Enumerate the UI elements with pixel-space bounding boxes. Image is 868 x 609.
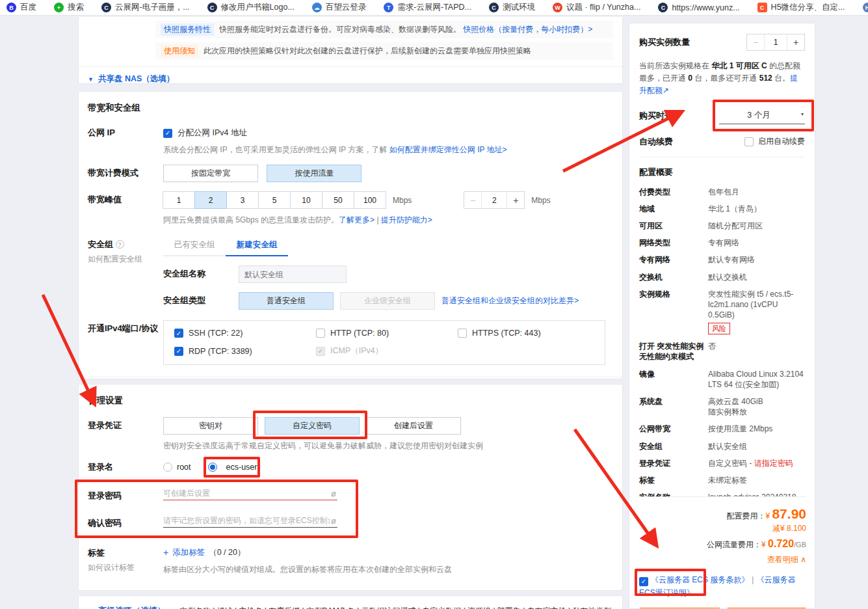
eip-doc-link[interactable]: 如何配置并绑定弹性公网 IP 地址> bbox=[389, 145, 507, 154]
bandwidth-stepper: − 2 + bbox=[464, 191, 525, 209]
ports-box: ✓SSH (TCP: 22) HTTP (TCP: 80) HTTPS (TCP… bbox=[163, 320, 605, 365]
gitlab-favicon: W bbox=[553, 3, 562, 12]
divider bbox=[639, 157, 805, 157]
normal-sg-option[interactable]: 普通安全组 bbox=[239, 292, 334, 310]
management-settings-card: 管理设置 登录凭证 密钥对 自定义密码 创建后设置 密钥对安全强度远高于常规自定… bbox=[78, 384, 623, 591]
bookmark-item[interactable]: CH5微信分享、自定... bbox=[757, 2, 845, 13]
order-summary-panel: 购买实例数量 − 1 + 当前所选实例规格在 华北 1 可用区 C 的总配额最多… bbox=[629, 23, 815, 609]
bandwidth-stepper-value: 2 bbox=[481, 192, 507, 208]
improve-protection-link[interactable]: 提升防护能力> bbox=[381, 215, 432, 224]
summary-title: 配置概要 bbox=[639, 167, 805, 178]
radio-icon[interactable] bbox=[163, 463, 172, 472]
sg-name-input[interactable] bbox=[239, 265, 347, 283]
confirm-password-input[interactable] bbox=[163, 516, 330, 525]
mbps-unit: Mbps bbox=[531, 196, 550, 205]
custom-password-option[interactable]: 自定义密码 bbox=[265, 417, 360, 435]
password-input[interactable] bbox=[163, 489, 330, 498]
checkbox-checked-icon[interactable]: ✓ bbox=[163, 129, 172, 138]
plus-button[interactable]: + bbox=[787, 34, 804, 50]
csdn-favicon: C bbox=[757, 3, 767, 12]
quantity-label: 购买实例数量 bbox=[639, 36, 690, 48]
checkbox-icon[interactable] bbox=[458, 329, 467, 338]
bookmark-item[interactable]: Chttps://www.yunz... bbox=[658, 3, 739, 12]
auto-renew-label: 自动续费 bbox=[639, 136, 673, 148]
bandwidth-option-2[interactable]: 2 bbox=[194, 191, 227, 209]
sg-howto-link[interactable]: 如何配置安全组 bbox=[88, 254, 163, 265]
checkbox-icon[interactable] bbox=[744, 137, 754, 146]
pay-by-traffic-option[interactable]: 按使用流量 bbox=[267, 165, 362, 182]
tapd-favicon: T bbox=[384, 3, 393, 12]
snapshot-feature-badge: 快照服务特性 bbox=[161, 23, 214, 36]
bookmark-item[interactable]: C云展网-电子画册，... bbox=[101, 2, 190, 13]
eye-slash-icon[interactable]: ø bbox=[330, 516, 337, 526]
auto-renew-checkbox-row[interactable]: 启用自动续费 bbox=[744, 136, 805, 147]
bandwidth-option-100[interactable]: 100 bbox=[354, 191, 386, 209]
sg-compare-link[interactable]: 普通安全组和企业级安全组的对比差异> bbox=[441, 295, 579, 306]
bookmark-item[interactable]: T需求-云展网-TAPD... bbox=[384, 2, 471, 13]
login-name-root-option[interactable]: root bbox=[163, 463, 191, 472]
config-fee-amount: 87.90 bbox=[772, 506, 806, 521]
view-detail-link[interactable]: 查看明细 ∧ bbox=[639, 554, 806, 565]
section-title: 管理设置 bbox=[79, 385, 622, 407]
agreement-checkbox[interactable]: ✓ bbox=[639, 577, 648, 586]
keypair-option[interactable]: 密钥对 bbox=[163, 417, 258, 435]
usage-note-text: 此次应用的快照策略仅针对此次创建的云盘进行保护，后续新创建的云盘需要单独应用快照… bbox=[204, 46, 531, 57]
minus-button[interactable]: − bbox=[464, 192, 481, 208]
port-https[interactable]: HTTPS (TCP: 443) bbox=[458, 329, 594, 338]
minus-button[interactable]: − bbox=[747, 34, 764, 50]
bookmark-item[interactable]: C测试环境 bbox=[489, 2, 535, 13]
port-ssh[interactable]: ✓SSH (TCP: 22) bbox=[174, 329, 316, 338]
enterprise-sg-option: 企业级安全组 bbox=[340, 292, 435, 310]
checkbox-icon[interactable] bbox=[316, 329, 325, 338]
tags-howto-link[interactable]: 如何设计标签 bbox=[88, 563, 163, 573]
radio-selected-icon[interactable] bbox=[208, 463, 217, 472]
add-tag-button[interactable]: + 添加标签 （0 / 20） bbox=[163, 545, 613, 558]
bandwidth-option-10[interactable]: 10 bbox=[290, 191, 322, 209]
tab-new-sg[interactable]: 新建安全组 bbox=[226, 236, 288, 256]
bookmark-item[interactable]: H如何设置华为 bbox=[863, 2, 868, 13]
eye-slash-icon[interactable]: ø bbox=[330, 489, 337, 498]
advanced-section-toggle[interactable]: ▼ 高级选项（选填） 实例名称 | 描述 | 主机名 | 有序后缀 | 实例RA… bbox=[79, 605, 622, 609]
bookmark-item[interactable]: B百度 bbox=[7, 2, 36, 13]
bandwidth-option-5[interactable]: 5 bbox=[258, 191, 291, 209]
bandwidth-option-1[interactable]: 1 bbox=[163, 191, 195, 209]
nas-section-toggle[interactable]: ▼ 共享盘 NAS（选填） bbox=[79, 74, 622, 85]
cloud-favicon: ☁ bbox=[312, 3, 322, 12]
bookmark-item[interactable]: +搜索 bbox=[54, 2, 84, 13]
sg-name-label: 安全组名称 bbox=[163, 265, 239, 280]
bookmark-item[interactable]: ☁百望云登录 bbox=[312, 2, 367, 13]
quantity-value: 1 bbox=[764, 34, 787, 50]
billing-mode-label: 带宽计费模式 bbox=[88, 165, 163, 179]
external-link-icon: ↗ bbox=[663, 86, 669, 95]
ecs-terms-link[interactable]: 《云服务器 ECS 服务条款》 bbox=[651, 575, 749, 584]
checkbox-checked-icon[interactable]: ✓ bbox=[174, 329, 183, 338]
snapshot-price-link[interactable]: 快照价格（按量付费，每小时扣费）> bbox=[463, 25, 592, 34]
bookmark-label: 搜索 bbox=[68, 2, 84, 13]
bookmark-label: 议题 · flip / Yunzha... bbox=[566, 2, 640, 13]
bookmark-item[interactable]: C修改用户书籍Logo... bbox=[207, 2, 295, 13]
learn-more-link[interactable]: 了解更多> bbox=[339, 215, 375, 224]
security-group-label: 安全组 bbox=[88, 239, 113, 249]
fixed-bandwidth-option[interactable]: 按固定带宽 bbox=[163, 165, 258, 182]
set-later-option[interactable]: 创建后设置 bbox=[366, 417, 461, 435]
port-http[interactable]: HTTP (TCP: 80) bbox=[316, 329, 458, 338]
help-icon[interactable]: ? bbox=[116, 240, 124, 249]
public-ip-label: 公网 IP bbox=[88, 124, 163, 139]
port-rdp[interactable]: ✓RDP (TCP: 3389) bbox=[174, 345, 316, 357]
bandwidth-option-3[interactable]: 3 bbox=[226, 191, 259, 209]
nas-toggle-label: 共享盘 NAS（选填） bbox=[98, 74, 174, 85]
assign-ipv4-checkbox-row[interactable]: ✓ 分配公网 IPv4 地址 bbox=[163, 124, 613, 139]
bookmark-item[interactable]: W议题 · flip / Yunzha... bbox=[553, 2, 640, 13]
sg-type-label: 安全组类型 bbox=[163, 295, 239, 306]
globe-favicon: C bbox=[658, 3, 668, 12]
duration-select[interactable]: 3 个月 ▾ bbox=[719, 108, 805, 124]
security-group-tabs: 已有安全组 新建安全组 bbox=[163, 236, 613, 256]
checkbox-disabled-icon: ✓ bbox=[316, 347, 325, 356]
bandwidth-option-50[interactable]: 50 bbox=[322, 191, 354, 209]
checkbox-checked-icon[interactable]: ✓ bbox=[174, 347, 183, 356]
login-name-ecsuser-option[interactable]: ecs-user bbox=[208, 463, 257, 472]
credentials-helper: 密钥对安全强度远高于常规自定义密码，可以避免暴力破解威胁，建议您使用密钥对创建实… bbox=[163, 440, 613, 452]
instance-type-row: 实例规格 突发性能实例 t5 / ecs.t5-lc2m1.nano (1vCP… bbox=[639, 289, 805, 335]
plus-button[interactable]: + bbox=[507, 192, 524, 208]
tab-existing-sg[interactable]: 已有安全组 bbox=[163, 236, 226, 256]
